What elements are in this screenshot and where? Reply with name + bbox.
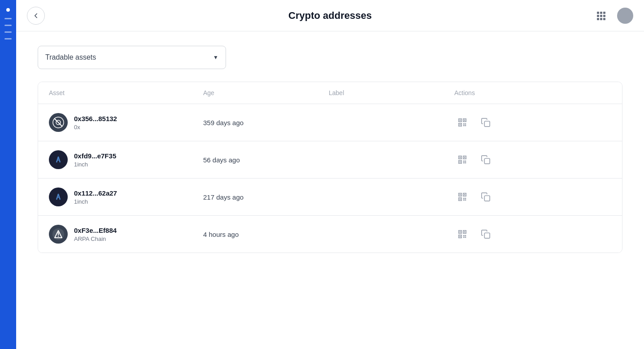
svg-rect-63	[465, 237, 466, 238]
svg-rect-57	[460, 231, 461, 233]
table-row: 0x112...62a27 1inch 217 days ago	[38, 179, 622, 216]
svg-rect-34	[463, 162, 465, 164]
qr-code-button-3[interactable]	[454, 226, 470, 242]
actions-cell-1	[454, 152, 611, 168]
copy-button-2[interactable]	[478, 189, 494, 205]
chevron-down-icon: ▼	[213, 54, 218, 61]
asset-address-1: 0xfd9...e7F35	[74, 152, 116, 160]
sidebar-nav-item-4[interactable]	[4, 38, 12, 39]
filter-dropdown-wrapper: Tradable assets ▼	[38, 46, 622, 69]
svg-point-53	[58, 236, 59, 236]
grid-menu-button[interactable]	[592, 7, 610, 25]
svg-rect-33	[465, 161, 466, 162]
svg-rect-23	[484, 121, 490, 127]
svg-rect-4	[600, 15, 602, 17]
table-row: 0x356...85132 0x 359 days ago	[38, 104, 622, 141]
age-cell-2: 217 days ago	[203, 193, 329, 201]
svg-rect-42	[460, 194, 461, 196]
svg-rect-7	[600, 18, 602, 20]
asset-icon-2	[49, 188, 68, 206]
header-actions	[592, 7, 633, 25]
svg-rect-16	[464, 120, 466, 121]
svg-rect-29	[460, 157, 461, 158]
page-title: Crypto addresses	[288, 10, 372, 22]
table-header: Asset Age Label Actions	[38, 82, 622, 104]
svg-line-10	[54, 118, 62, 127]
svg-rect-48	[465, 200, 466, 201]
svg-rect-45	[463, 198, 465, 199]
svg-rect-20	[465, 123, 466, 125]
svg-rect-0	[597, 12, 599, 14]
svg-rect-35	[465, 162, 466, 164]
svg-point-38	[57, 194, 59, 196]
qr-code-button-0[interactable]	[454, 114, 470, 131]
svg-rect-59	[460, 236, 461, 237]
asset-cell-3: 0xF3e...Ef884 ARPA Chain	[49, 225, 203, 244]
svg-rect-21	[463, 125, 465, 127]
asset-icon-3	[49, 225, 68, 244]
svg-rect-44	[460, 199, 461, 200]
content-area: Tradable assets ▼ Asset Age Label Action…	[16, 31, 644, 349]
svg-rect-46	[465, 198, 466, 199]
svg-point-37	[52, 191, 64, 203]
asset-network-2: 1inch	[74, 198, 117, 205]
column-header-actions: Actions	[454, 89, 611, 96]
table-row: 0xF3e...Ef884 ARPA Chain 4 hours ago	[38, 216, 622, 253]
svg-rect-60	[463, 235, 465, 236]
svg-rect-47	[463, 200, 465, 201]
actions-cell-0	[454, 114, 611, 131]
asset-cell-2: 0x112...62a27 1inch	[49, 188, 203, 206]
svg-point-25	[57, 157, 59, 159]
copy-button-1[interactable]	[478, 152, 494, 168]
copy-button-3[interactable]	[478, 226, 494, 242]
sidebar-nav-item-2[interactable]	[4, 25, 12, 26]
svg-rect-61	[465, 235, 466, 236]
svg-rect-1	[600, 12, 602, 14]
asset-info-2: 0x112...62a27 1inch	[74, 189, 117, 205]
asset-address-3: 0xF3e...Ef884	[74, 227, 117, 234]
qr-code-button-1[interactable]	[454, 152, 470, 168]
asset-cell-1: 0xfd9...e7F35 1inch	[49, 150, 203, 169]
svg-rect-17	[460, 124, 461, 126]
addresses-table: Asset Age Label Actions 0x356	[38, 82, 622, 253]
svg-rect-58	[464, 231, 466, 233]
sidebar-indicator	[6, 8, 10, 12]
sidebar-nav-item-3[interactable]	[4, 31, 12, 33]
svg-rect-43	[464, 194, 466, 196]
sidebar	[0, 0, 16, 349]
header: Crypto addresses	[16, 0, 644, 31]
svg-rect-32	[463, 161, 465, 162]
column-header-age: Age	[203, 89, 329, 96]
asset-info-0: 0x356...85132 0x	[74, 115, 117, 131]
svg-rect-64	[484, 233, 490, 238]
age-cell-1: 56 days ago	[203, 156, 329, 164]
svg-rect-6	[597, 18, 599, 20]
svg-rect-19	[463, 123, 465, 125]
asset-network-3: ARPA Chain	[74, 236, 117, 242]
filter-dropdown-label: Tradable assets	[45, 53, 96, 61]
filter-dropdown[interactable]: Tradable assets ▼	[38, 46, 226, 69]
age-cell-3: 4 hours ago	[203, 231, 329, 238]
svg-rect-30	[464, 157, 466, 158]
qr-code-button-2[interactable]	[454, 189, 470, 205]
column-header-label: Label	[329, 89, 454, 96]
back-button[interactable]	[27, 7, 45, 25]
asset-network-1: 1inch	[74, 161, 116, 168]
main-content: Crypto addresses	[16, 0, 644, 349]
user-avatar[interactable]	[617, 8, 633, 24]
asset-cell-0: 0x356...85132 0x	[49, 113, 203, 132]
asset-address-2: 0x112...62a27	[74, 189, 117, 197]
svg-rect-2	[603, 12, 605, 14]
svg-rect-36	[484, 158, 490, 164]
svg-rect-5	[603, 15, 605, 17]
actions-cell-3	[454, 226, 611, 242]
actions-cell-2	[454, 189, 611, 205]
asset-icon-1	[49, 150, 68, 169]
svg-rect-15	[460, 120, 461, 121]
sidebar-nav-item-1[interactable]	[4, 18, 12, 19]
copy-button-0[interactable]	[478, 114, 494, 131]
svg-rect-62	[463, 237, 465, 238]
svg-rect-31	[460, 161, 461, 163]
svg-rect-22	[465, 125, 466, 127]
svg-point-24	[52, 154, 64, 166]
